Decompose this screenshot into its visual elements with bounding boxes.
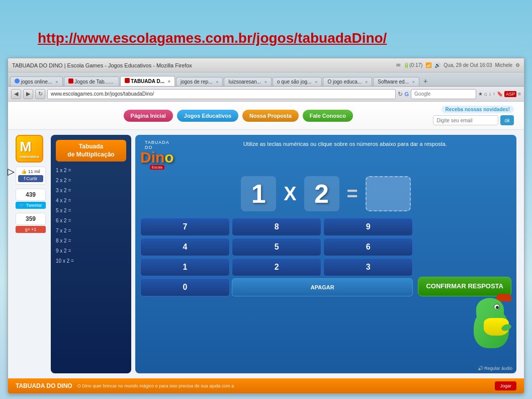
tab-close-3[interactable]: ×: [168, 79, 170, 84]
bottom-strip: TABUADA DO DINO O Dino quer brincar no m…: [8, 378, 524, 393]
num-2-button[interactable]: 2: [232, 258, 321, 276]
download-icon[interactable]: ↓: [489, 91, 491, 97]
thumbs-up-icon: 👍: [21, 169, 27, 174]
equation-num1: 1: [241, 176, 276, 211]
game-display: tabuadado Dino Escola Utilize as teclas …: [135, 135, 516, 373]
site-nav: Página Inicial Jogos Educativos Nossa Pr…: [124, 110, 353, 122]
gplus-button[interactable]: g+ +1: [16, 226, 46, 233]
tab-que-sao[interactable]: o que são jog... ×: [273, 77, 322, 86]
num-7-button[interactable]: 7: [140, 218, 230, 236]
settings-icon: ⚙: [515, 62, 520, 68]
audio-button[interactable]: 🔊 Regular áudio: [478, 366, 512, 371]
menu-icon[interactable]: ≡: [518, 91, 521, 97]
nav-jogos-educativos[interactable]: Jogos Educativos: [177, 110, 238, 122]
url-link[interactable]: http://www.escolagames.com.br/jogos/tabu…: [38, 30, 387, 46]
confirmar-button[interactable]: Confirmar Resposta: [418, 277, 511, 296]
search-input[interactable]: [411, 89, 476, 99]
tab-tabuada[interactable]: TABUADA D... ×: [120, 76, 175, 86]
tabuada-do-text: tabuadado: [145, 140, 169, 150]
tab-favicon-3: [125, 78, 130, 83]
google-icon: G: [405, 91, 409, 97]
nav-nossa-proposta[interactable]: Nossa Proposta: [242, 110, 299, 122]
num-1-button[interactable]: 1: [140, 258, 230, 276]
gplus-box: 359 g+ +1: [16, 213, 46, 233]
number-pad: 7 8 9 4 5 6 1 2 3 0 Apagar: [140, 218, 413, 296]
newsletter-input-row: ok: [433, 115, 514, 125]
bottom-play-button[interactable]: Jogar: [495, 381, 516, 390]
game-panel: Tabuada de Multiplicação 1 x 2 = 2 x 2 =…: [51, 135, 131, 373]
math-logo: M matemática: [16, 135, 43, 163]
refresh-icon[interactable]: ↻: [398, 91, 403, 98]
new-tab-button[interactable]: +: [420, 76, 430, 86]
back-button[interactable]: ◀: [11, 89, 21, 99]
num-9-button[interactable]: 9: [323, 218, 413, 236]
mult-6: 6 x 2 =: [56, 216, 126, 226]
logo-subtitle: matemática: [20, 155, 39, 158]
address-input[interactable]: [47, 89, 396, 99]
num-5-button[interactable]: 5: [232, 238, 321, 256]
tab-jogos-rep[interactable]: jogos de rep... ×: [176, 77, 223, 86]
tab-luiz[interactable]: luizsoaresan... ×: [224, 77, 272, 86]
tab-close-1[interactable]: ×: [55, 79, 58, 85]
tab-close-6[interactable]: ×: [315, 79, 317, 85]
twitter-icon: 🐦: [19, 203, 25, 208]
tab-jogo-educa[interactable]: O jogo educa... ×: [323, 77, 372, 86]
num-4-button[interactable]: 4: [140, 238, 230, 256]
equation-equals: =: [347, 183, 358, 205]
like-count: 👍 11 mil: [18, 169, 43, 174]
site-header: Página Inicial Jogos Educativos Nossa Pr…: [8, 102, 524, 130]
browser-title: TABUADA DO DINO | Escola Games - Jogos E…: [12, 62, 396, 68]
bookmark-icon[interactable]: 🔖: [497, 91, 503, 97]
num-0-button[interactable]: 0: [140, 278, 230, 296]
volume-icon: 🔊: [434, 62, 440, 68]
nav-pagina-inicial[interactable]: Página Inicial: [124, 110, 173, 122]
dino-logo-text: Dino: [140, 150, 174, 165]
email-icon: ✉: [396, 62, 400, 68]
nav-bar: ◀ ▶ ↻ ↻ G ★ ⌂ ↓ ↑ 🔖 ASP ≡: [8, 87, 524, 102]
tab-close-7[interactable]: ×: [365, 79, 368, 85]
like-box: 👍 11 mil f Curtir: [16, 167, 46, 185]
share-nav-icon[interactable]: ↑: [493, 91, 495, 97]
multiplication-list: 1 x 2 = 2 x 2 = 3 x 2 = 4 x 2 = 5 x 2 = …: [56, 166, 126, 266]
tab-close-8[interactable]: ×: [412, 79, 415, 85]
mult-8: 8 x 2 =: [56, 236, 126, 246]
equation-operator: X: [284, 183, 296, 205]
num-3-button[interactable]: 3: [323, 258, 413, 276]
tab-close-4[interactable]: ×: [216, 79, 218, 85]
forward-button[interactable]: ▶: [23, 89, 33, 99]
tweet-button[interactable]: 🐦 Tweetar: [16, 202, 46, 209]
tab-close-5[interactable]: ×: [264, 79, 267, 85]
user-name: Michele: [495, 62, 512, 68]
tab-jogos-online[interactable]: jogos online... ×: [10, 76, 63, 86]
game-instruction: Utilize as teclas numéricas ou clique so…: [179, 140, 511, 148]
main-content: M matemática 👍 11 mil f Curtir 439: [8, 130, 524, 378]
tabs-bar: jogos online... × Jogos de Tab... × TABU…: [8, 72, 524, 87]
tab-favicon-1: [15, 78, 20, 84]
newsletter-ok-button[interactable]: ok: [500, 115, 514, 125]
equation-answer-box: [366, 176, 411, 211]
home-icon[interactable]: ⌂: [484, 91, 487, 97]
audio-icon: 🔊: [478, 366, 483, 371]
game-area: Tabuada de Multiplicação 1 x 2 = 2 x 2 =…: [51, 135, 516, 373]
bottom-text: O Dino quer brincar no mundo mágico e pa…: [77, 383, 490, 388]
star-icon[interactable]: ★: [478, 91, 483, 97]
sidebar: M matemática 👍 11 mil f Curtir 439: [16, 135, 46, 373]
addon-icon[interactable]: ASP: [504, 91, 516, 97]
bottom-title: TABUADA DO DINO: [16, 382, 72, 389]
nav-fale-conosco[interactable]: Fale Conosco: [303, 110, 353, 122]
wifi-icon: 📶: [425, 62, 431, 68]
newsletter-email-input[interactable]: [433, 115, 498, 125]
tab-jogos-tab[interactable]: Jogos de Tab... ×: [64, 76, 119, 86]
mult-4: 4 x 2 =: [56, 196, 126, 206]
reload-button[interactable]: ↻: [35, 89, 45, 99]
num-8-button[interactable]: 8: [232, 218, 321, 236]
curtir-button[interactable]: f Curtir: [18, 175, 43, 182]
tab-close-2[interactable]: ×: [112, 79, 115, 85]
mult-2: 2 x 2 =: [56, 176, 126, 186]
apagar-button[interactable]: Apagar: [232, 278, 413, 296]
gplus-icon: g+: [25, 227, 30, 232]
mult-5: 5 x 2 =: [56, 206, 126, 216]
equation-num2: 2: [304, 176, 339, 211]
num-6-button[interactable]: 6: [323, 238, 413, 256]
tab-software[interactable]: Software ed... ×: [373, 77, 419, 86]
